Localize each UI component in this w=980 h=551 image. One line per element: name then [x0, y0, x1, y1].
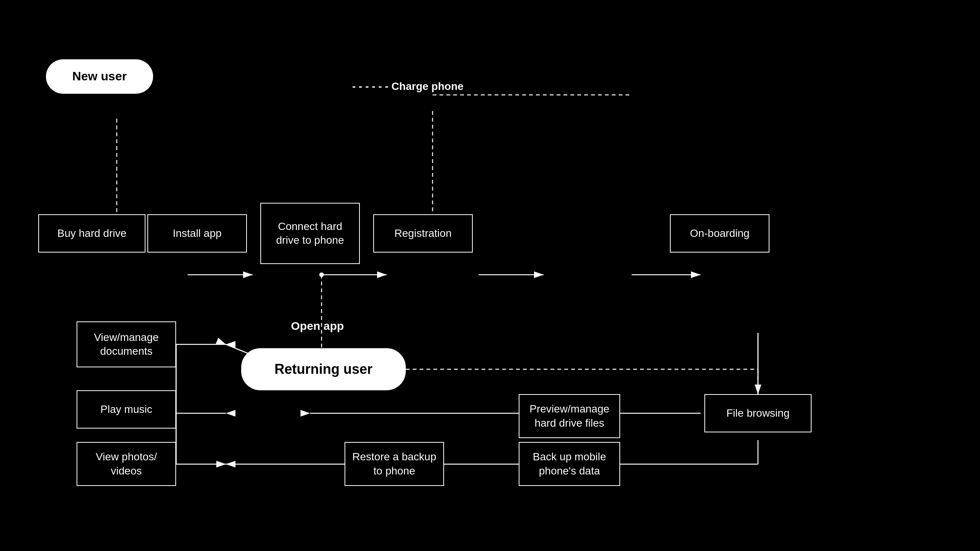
charge-phone-label: - - - - - - Charge phone: [352, 80, 464, 93]
back-up-mobile-label: Back up mobilephone's data: [533, 450, 606, 478]
open-app-label: Open app: [291, 320, 344, 333]
install-app-node: Install app: [147, 214, 247, 253]
returning-user-label: Returning user: [274, 360, 372, 378]
registration-label: Registration: [394, 227, 451, 240]
view-photos-label: View photos/videos: [96, 450, 157, 478]
on-boarding-node: On-boarding: [670, 214, 769, 253]
connect-hard-drive-label: Connect harddrive to phone: [276, 220, 344, 248]
view-manage-docs-label: View/managedocuments: [94, 331, 158, 359]
play-music-node: Play music: [77, 390, 176, 429]
returning-user-node: Returning user: [241, 348, 406, 390]
restore-backup-node: Restore a backupto phone: [345, 442, 444, 486]
install-app-label: Install app: [173, 227, 222, 240]
back-up-mobile-node: Back up mobilephone's data: [519, 442, 620, 486]
preview-manage-node: Preview/managehard drive files: [519, 394, 620, 438]
buy-hard-drive-node: Buy hard drive: [38, 214, 145, 253]
play-music-label: Play music: [100, 403, 152, 416]
file-browsing-label: File browsing: [727, 406, 790, 420]
on-boarding-label: On-boarding: [690, 227, 750, 240]
svg-point-3: [319, 272, 324, 277]
connect-hard-drive-node: Connect harddrive to phone: [260, 203, 360, 264]
view-photos-node: View photos/videos: [77, 442, 176, 486]
preview-manage-label: Preview/managehard drive files: [529, 402, 609, 430]
diagram: New user Buy hard drive Install app Conn…: [0, 0, 980, 551]
new-user-node: New user: [46, 59, 153, 94]
file-browsing-node: File browsing: [704, 394, 812, 432]
view-manage-docs-node: View/managedocuments: [77, 321, 176, 367]
restore-backup-label: Restore a backupto phone: [352, 450, 436, 478]
registration-node: Registration: [373, 214, 473, 253]
buy-hard-drive-label: Buy hard drive: [57, 227, 127, 240]
new-user-label: New user: [72, 68, 127, 85]
